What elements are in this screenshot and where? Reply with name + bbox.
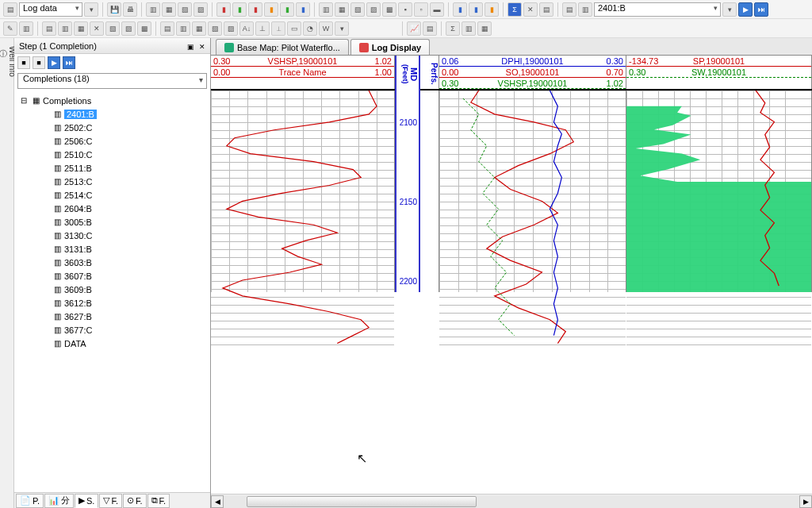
tb-icon[interactable]: ▥	[462, 21, 476, 36]
tb-icon[interactable]: ▨	[366, 2, 381, 17]
tree-item[interactable]: ▥2513:C	[16, 175, 209, 188]
next-icon[interactable]: ⏭	[754, 2, 768, 17]
bottom-tab[interactable]: ⧉F.	[147, 494, 170, 508]
print-icon[interactable]: 🖶	[123, 2, 137, 17]
tb-icon[interactable]: ▾	[722, 2, 737, 17]
tb-icon[interactable]: ▩	[137, 21, 151, 36]
combo-well[interactable]: 2401:B	[594, 2, 721, 17]
tb-icon[interactable]: ▨	[193, 2, 208, 17]
tb-icon[interactable]: ▤	[42, 21, 56, 36]
play-icon[interactable]: ▶	[738, 2, 753, 17]
tree-item[interactable]: ▥3609:B	[16, 283, 209, 296]
tb-icon[interactable]: ▮	[264, 2, 278, 17]
scroll-track[interactable]	[224, 495, 799, 508]
doc-tab[interactable]: Base Map: Pilot Waterflo...	[216, 39, 349, 55]
tree-item[interactable]: ▥3612:B	[16, 296, 209, 310]
tree-root[interactable]: ⊟ ▦ Completions	[16, 94, 209, 107]
tb-icon[interactable]: ▤	[160, 21, 174, 36]
sigma-icon[interactable]: Σ	[446, 21, 460, 36]
tb-icon[interactable]: ▦	[162, 2, 176, 17]
tb-icon[interactable]: ▥	[578, 2, 592, 17]
tb-icon[interactable]: ▮	[216, 2, 231, 17]
tree-item[interactable]: ▥2514:C	[16, 188, 209, 202]
tb-icon[interactable]: ▥	[176, 21, 190, 36]
combo-logdata[interactable]: Log data	[19, 2, 82, 17]
tree-item[interactable]: ▥2510:C	[16, 148, 209, 161]
play-button[interactable]: ▶	[48, 56, 60, 69]
sigma-icon[interactable]: Σ	[508, 2, 522, 17]
tree-item[interactable]: ▥3131:B	[16, 242, 209, 256]
pin-icon[interactable]: ▣	[187, 43, 194, 51]
tb-icon[interactable]: ▮	[296, 2, 310, 17]
tree-item[interactable]: ▥3677:C	[16, 323, 209, 337]
tb-icon[interactable]: W	[319, 21, 333, 36]
tree-item[interactable]: ▥DATA	[16, 337, 209, 350]
tb-icon[interactable]: ▪	[398, 2, 412, 17]
tb-icon[interactable]: ▭	[287, 21, 301, 36]
tb-icon[interactable]: ▤	[3, 2, 17, 17]
next-button[interactable]: ⏭	[63, 56, 75, 69]
tb-icon[interactable]: ▨	[224, 21, 238, 36]
completions-combo[interactable]: Completions (18)	[17, 73, 207, 89]
scroll-right-button[interactable]: ▶	[799, 495, 812, 508]
track2-body[interactable]	[439, 90, 626, 292]
close-icon[interactable]: ✕	[199, 43, 205, 51]
bottom-tab[interactable]: ▽F.	[99, 494, 122, 508]
doc-tab[interactable]: Log Display	[350, 39, 430, 55]
tb-icon[interactable]: ▥	[58, 21, 72, 36]
stop-button[interactable]: ■	[17, 56, 30, 69]
tb-icon[interactable]: ▮	[485, 2, 499, 17]
tb-icon[interactable]: 📈	[407, 21, 421, 36]
tb-icon[interactable]: ▩	[382, 2, 396, 17]
tb-icon[interactable]: ▮	[280, 2, 294, 17]
tb-icon[interactable]: ✕	[523, 2, 538, 17]
bottom-tab[interactable]: 📊分	[44, 494, 74, 508]
bottom-tab[interactable]: 📄P.	[16, 494, 44, 508]
tree-item[interactable]: ▥2506:C	[16, 134, 209, 148]
save-icon[interactable]: 💾	[107, 2, 121, 17]
tb-icon[interactable]: ▾	[84, 2, 98, 17]
tree-item[interactable]: ▥3005:B	[16, 215, 209, 229]
tb-icon[interactable]: ▨	[121, 21, 136, 36]
tb-icon[interactable]: ⊥	[255, 21, 270, 36]
tree-item[interactable]: ▥2604:B	[16, 202, 209, 215]
tb-icon[interactable]: ▤	[539, 2, 553, 17]
tb-icon[interactable]: ▮	[453, 2, 467, 17]
tree-item[interactable]: ▥3607:B	[16, 269, 209, 283]
tb-icon[interactable]: ▮	[232, 2, 247, 17]
tb-icon[interactable]: ▮	[469, 2, 483, 17]
tb-icon[interactable]: ✕	[90, 21, 104, 36]
tree-item[interactable]: ▥3603:B	[16, 256, 209, 269]
tb-icon[interactable]: ▧	[105, 21, 120, 36]
tb-icon[interactable]: ▦	[477, 21, 492, 36]
tb-icon[interactable]: ▧	[350, 2, 365, 17]
tb-icon[interactable]: ▮	[248, 2, 262, 17]
tb-icon[interactable]: ▧	[208, 21, 222, 36]
track3-body[interactable]	[626, 90, 812, 292]
tree-item[interactable]: ▥2511:B	[16, 161, 209, 175]
bottom-tab[interactable]: ⊙F.	[123, 494, 147, 508]
stop-button[interactable]: ■	[33, 56, 45, 69]
wellinfo-tab[interactable]: ⓘ Well Info	[0, 38, 14, 508]
tb-icon[interactable]: ✎	[3, 21, 17, 36]
scroll-left-button[interactable]: ◀	[211, 495, 224, 508]
tb-icon[interactable]: ▦	[192, 21, 206, 36]
tb-icon[interactable]: ⟂	[271, 21, 285, 36]
tb-icon[interactable]: ▥	[319, 2, 333, 17]
collapse-icon[interactable]: ⊟	[19, 96, 29, 106]
tb-icon[interactable]: ▦	[335, 2, 349, 17]
track1-body[interactable]	[211, 90, 395, 292]
tb-icon[interactable]: ▥	[19, 21, 33, 36]
tb-icon[interactable]: ▧	[178, 2, 192, 17]
tree-item[interactable]: ▥2502:C	[16, 121, 209, 134]
tree-item[interactable]: ▥2401:B	[16, 107, 209, 121]
tb-icon[interactable]: ▤	[423, 21, 437, 36]
tree-item[interactable]: ▥3627:B	[16, 310, 209, 323]
tb-icon[interactable]: ▫	[414, 2, 428, 17]
tb-icon[interactable]: ▬	[430, 2, 444, 17]
tb-icon[interactable]: ▦	[74, 21, 88, 36]
scroll-thumb[interactable]	[247, 496, 477, 507]
tb-icon[interactable]: ▾	[335, 21, 349, 36]
horizontal-scrollbar[interactable]: ◀ ▶	[211, 494, 812, 508]
tb-icon[interactable]: A↓	[239, 21, 254, 36]
